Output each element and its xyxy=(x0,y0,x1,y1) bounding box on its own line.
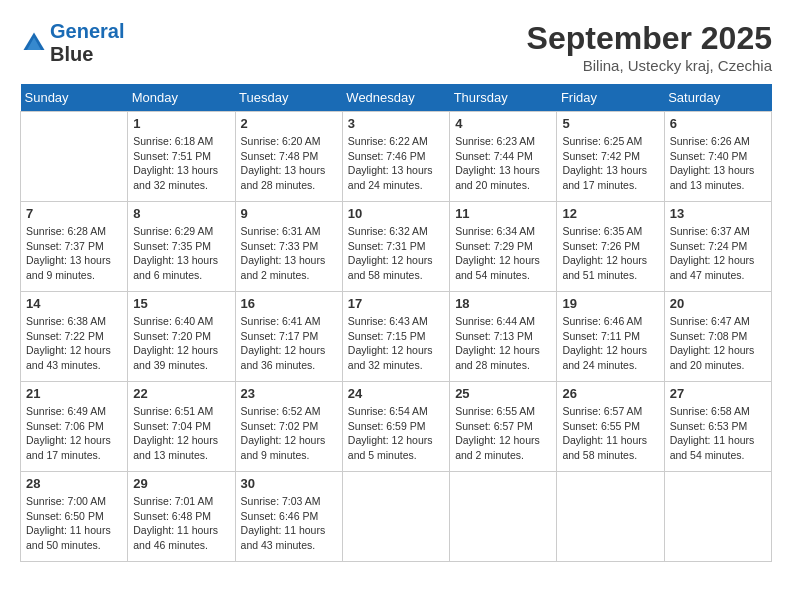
day-number: 17 xyxy=(348,296,444,311)
day-cell: 21Sunrise: 6:49 AMSunset: 7:06 PMDayligh… xyxy=(21,382,128,472)
day-cell: 15Sunrise: 6:40 AMSunset: 7:20 PMDayligh… xyxy=(128,292,235,382)
day-cell: 19Sunrise: 6:46 AMSunset: 7:11 PMDayligh… xyxy=(557,292,664,382)
day-cell: 28Sunrise: 7:00 AMSunset: 6:50 PMDayligh… xyxy=(21,472,128,562)
day-info: Sunrise: 6:37 AMSunset: 7:24 PMDaylight:… xyxy=(670,224,766,283)
day-number: 12 xyxy=(562,206,658,221)
day-number: 27 xyxy=(670,386,766,401)
title-block: September 2025 Bilina, Ustecky kraj, Cze… xyxy=(527,20,772,74)
day-cell: 3Sunrise: 6:22 AMSunset: 7:46 PMDaylight… xyxy=(342,112,449,202)
day-info: Sunrise: 6:54 AMSunset: 6:59 PMDaylight:… xyxy=(348,404,444,463)
day-info: Sunrise: 6:32 AMSunset: 7:31 PMDaylight:… xyxy=(348,224,444,283)
day-info: Sunrise: 6:46 AMSunset: 7:11 PMDaylight:… xyxy=(562,314,658,373)
day-info: Sunrise: 6:25 AMSunset: 7:42 PMDaylight:… xyxy=(562,134,658,193)
location-title: Bilina, Ustecky kraj, Czechia xyxy=(527,57,772,74)
day-info: Sunrise: 6:29 AMSunset: 7:35 PMDaylight:… xyxy=(133,224,229,283)
day-info: Sunrise: 6:38 AMSunset: 7:22 PMDaylight:… xyxy=(26,314,122,373)
col-header-sunday: Sunday xyxy=(21,84,128,112)
day-number: 29 xyxy=(133,476,229,491)
day-number: 20 xyxy=(670,296,766,311)
day-number: 30 xyxy=(241,476,337,491)
header-row: SundayMondayTuesdayWednesdayThursdayFrid… xyxy=(21,84,772,112)
logo: General Blue xyxy=(20,20,124,66)
day-info: Sunrise: 6:51 AMSunset: 7:04 PMDaylight:… xyxy=(133,404,229,463)
day-cell: 25Sunrise: 6:55 AMSunset: 6:57 PMDayligh… xyxy=(450,382,557,472)
day-cell: 20Sunrise: 6:47 AMSunset: 7:08 PMDayligh… xyxy=(664,292,771,382)
day-info: Sunrise: 6:43 AMSunset: 7:15 PMDaylight:… xyxy=(348,314,444,373)
day-number: 26 xyxy=(562,386,658,401)
day-number: 10 xyxy=(348,206,444,221)
day-number: 1 xyxy=(133,116,229,131)
day-info: Sunrise: 6:47 AMSunset: 7:08 PMDaylight:… xyxy=(670,314,766,373)
col-header-thursday: Thursday xyxy=(450,84,557,112)
day-cell: 27Sunrise: 6:58 AMSunset: 6:53 PMDayligh… xyxy=(664,382,771,472)
day-cell xyxy=(557,472,664,562)
day-cell xyxy=(664,472,771,562)
day-cell: 29Sunrise: 7:01 AMSunset: 6:48 PMDayligh… xyxy=(128,472,235,562)
day-info: Sunrise: 7:01 AMSunset: 6:48 PMDaylight:… xyxy=(133,494,229,553)
day-cell: 7Sunrise: 6:28 AMSunset: 7:37 PMDaylight… xyxy=(21,202,128,292)
day-cell: 30Sunrise: 7:03 AMSunset: 6:46 PMDayligh… xyxy=(235,472,342,562)
day-cell: 16Sunrise: 6:41 AMSunset: 7:17 PMDayligh… xyxy=(235,292,342,382)
page-header: General Blue September 2025 Bilina, Uste… xyxy=(20,20,772,74)
week-row-5: 28Sunrise: 7:00 AMSunset: 6:50 PMDayligh… xyxy=(21,472,772,562)
day-number: 24 xyxy=(348,386,444,401)
day-info: Sunrise: 6:52 AMSunset: 7:02 PMDaylight:… xyxy=(241,404,337,463)
day-number: 16 xyxy=(241,296,337,311)
day-info: Sunrise: 6:20 AMSunset: 7:48 PMDaylight:… xyxy=(241,134,337,193)
day-number: 2 xyxy=(241,116,337,131)
day-cell: 8Sunrise: 6:29 AMSunset: 7:35 PMDaylight… xyxy=(128,202,235,292)
week-row-2: 7Sunrise: 6:28 AMSunset: 7:37 PMDaylight… xyxy=(21,202,772,292)
day-info: Sunrise: 6:22 AMSunset: 7:46 PMDaylight:… xyxy=(348,134,444,193)
day-info: Sunrise: 6:44 AMSunset: 7:13 PMDaylight:… xyxy=(455,314,551,373)
day-cell: 4Sunrise: 6:23 AMSunset: 7:44 PMDaylight… xyxy=(450,112,557,202)
month-title: September 2025 xyxy=(527,20,772,57)
week-row-1: 1Sunrise: 6:18 AMSunset: 7:51 PMDaylight… xyxy=(21,112,772,202)
logo-text-blue: Blue xyxy=(50,43,93,65)
day-cell: 24Sunrise: 6:54 AMSunset: 6:59 PMDayligh… xyxy=(342,382,449,472)
day-number: 15 xyxy=(133,296,229,311)
day-info: Sunrise: 6:40 AMSunset: 7:20 PMDaylight:… xyxy=(133,314,229,373)
col-header-monday: Monday xyxy=(128,84,235,112)
day-info: Sunrise: 6:26 AMSunset: 7:40 PMDaylight:… xyxy=(670,134,766,193)
day-number: 11 xyxy=(455,206,551,221)
day-cell: 9Sunrise: 6:31 AMSunset: 7:33 PMDaylight… xyxy=(235,202,342,292)
day-info: Sunrise: 6:58 AMSunset: 6:53 PMDaylight:… xyxy=(670,404,766,463)
day-cell: 14Sunrise: 6:38 AMSunset: 7:22 PMDayligh… xyxy=(21,292,128,382)
day-cell: 18Sunrise: 6:44 AMSunset: 7:13 PMDayligh… xyxy=(450,292,557,382)
day-info: Sunrise: 6:49 AMSunset: 7:06 PMDaylight:… xyxy=(26,404,122,463)
day-info: Sunrise: 6:34 AMSunset: 7:29 PMDaylight:… xyxy=(455,224,551,283)
day-cell: 5Sunrise: 6:25 AMSunset: 7:42 PMDaylight… xyxy=(557,112,664,202)
day-info: Sunrise: 7:00 AMSunset: 6:50 PMDaylight:… xyxy=(26,494,122,553)
day-number: 8 xyxy=(133,206,229,221)
day-info: Sunrise: 6:41 AMSunset: 7:17 PMDaylight:… xyxy=(241,314,337,373)
day-info: Sunrise: 6:18 AMSunset: 7:51 PMDaylight:… xyxy=(133,134,229,193)
day-number: 5 xyxy=(562,116,658,131)
day-number: 7 xyxy=(26,206,122,221)
col-header-tuesday: Tuesday xyxy=(235,84,342,112)
day-cell: 12Sunrise: 6:35 AMSunset: 7:26 PMDayligh… xyxy=(557,202,664,292)
day-cell xyxy=(21,112,128,202)
day-cell: 17Sunrise: 6:43 AMSunset: 7:15 PMDayligh… xyxy=(342,292,449,382)
col-header-friday: Friday xyxy=(557,84,664,112)
day-number: 9 xyxy=(241,206,337,221)
day-number: 18 xyxy=(455,296,551,311)
col-header-wednesday: Wednesday xyxy=(342,84,449,112)
day-cell: 23Sunrise: 6:52 AMSunset: 7:02 PMDayligh… xyxy=(235,382,342,472)
day-cell xyxy=(342,472,449,562)
day-info: Sunrise: 7:03 AMSunset: 6:46 PMDaylight:… xyxy=(241,494,337,553)
day-info: Sunrise: 6:28 AMSunset: 7:37 PMDaylight:… xyxy=(26,224,122,283)
day-cell: 11Sunrise: 6:34 AMSunset: 7:29 PMDayligh… xyxy=(450,202,557,292)
day-cell: 13Sunrise: 6:37 AMSunset: 7:24 PMDayligh… xyxy=(664,202,771,292)
day-number: 13 xyxy=(670,206,766,221)
day-cell: 1Sunrise: 6:18 AMSunset: 7:51 PMDaylight… xyxy=(128,112,235,202)
day-info: Sunrise: 6:57 AMSunset: 6:55 PMDaylight:… xyxy=(562,404,658,463)
day-info: Sunrise: 6:23 AMSunset: 7:44 PMDaylight:… xyxy=(455,134,551,193)
day-info: Sunrise: 6:31 AMSunset: 7:33 PMDaylight:… xyxy=(241,224,337,283)
day-number: 14 xyxy=(26,296,122,311)
day-number: 28 xyxy=(26,476,122,491)
logo-icon xyxy=(20,29,48,57)
day-number: 4 xyxy=(455,116,551,131)
calendar-table: SundayMondayTuesdayWednesdayThursdayFrid… xyxy=(20,84,772,562)
day-cell: 26Sunrise: 6:57 AMSunset: 6:55 PMDayligh… xyxy=(557,382,664,472)
day-cell xyxy=(450,472,557,562)
